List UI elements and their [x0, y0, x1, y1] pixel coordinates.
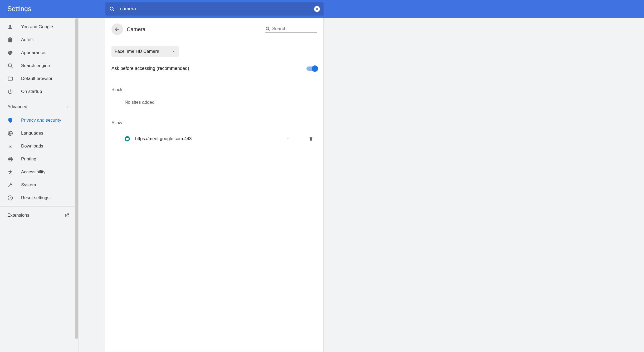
svg-rect-10: [8, 77, 13, 80]
restore-icon: [7, 195, 21, 201]
global-search[interactable]: [105, 2, 324, 16]
sidebar: You and Google Autofill Appearance Searc…: [0, 18, 79, 352]
sidebar-item-appearance[interactable]: Appearance: [0, 46, 75, 59]
sidebar-item-label: Downloads: [21, 144, 43, 149]
trash-icon: [309, 136, 313, 141]
header: Settings: [0, 0, 644, 18]
sidebar-item-label: Accessibility: [21, 169, 46, 175]
back-button[interactable]: [111, 23, 123, 35]
chevron-right-icon: [287, 137, 289, 140]
globe-icon: [7, 130, 21, 136]
sidebar-item-label: Search engine: [21, 63, 50, 68]
sidebar-item-default-browser[interactable]: Default browser: [0, 72, 75, 85]
printer-icon: [7, 156, 21, 162]
clipboard-icon: [7, 37, 21, 43]
svg-point-18: [266, 27, 269, 30]
accessibility-icon: [7, 169, 21, 175]
sidebar-item-label: Default browser: [21, 76, 52, 81]
camera-select[interactable]: FaceTime HD Camera: [111, 46, 179, 57]
search-icon: [7, 63, 21, 69]
toggle-label: Ask before accessing (recommended): [111, 66, 189, 71]
svg-line-9: [11, 66, 12, 68]
sidebar-item-system[interactable]: System: [0, 178, 75, 191]
sidebar-item-label: Privacy and security: [21, 118, 61, 123]
sidebar-item-label: System: [21, 182, 36, 188]
app-title: Settings: [0, 5, 105, 13]
sidebar-item-search-engine[interactable]: Search engine: [0, 59, 75, 72]
sidebar-item-label: Printing: [21, 156, 36, 162]
search-icon: [265, 26, 270, 31]
sidebar-scrollbar[interactable]: [75, 18, 78, 352]
svg-point-14: [10, 169, 11, 170]
site-favicon-icon: [125, 136, 130, 141]
inpage-search[interactable]: [265, 26, 317, 33]
sidebar-item-label: Extensions: [7, 213, 29, 218]
global-search-input[interactable]: [120, 6, 314, 12]
svg-point-8: [8, 64, 12, 67]
sidebar-item-label: On startup: [21, 89, 42, 94]
sidebar-item-printing[interactable]: Printing: [0, 153, 75, 165]
open-external-icon: [65, 213, 69, 218]
divider: [0, 206, 75, 207]
chevron-down-icon: [172, 50, 175, 53]
sidebar-item-autofill[interactable]: Autofill: [0, 33, 75, 46]
palette-icon: [7, 50, 21, 56]
power-icon: [7, 89, 21, 94]
page-header: Camera: [111, 23, 317, 35]
sidebar-item-extensions[interactable]: Extensions: [0, 209, 75, 222]
svg-point-6: [9, 51, 10, 52]
ask-before-accessing-row: Ask before accessing (recommended): [111, 66, 317, 71]
sidebar-item-label: You and Google: [21, 24, 53, 30]
site-delete-button[interactable]: [305, 135, 317, 143]
sidebar-section-advanced[interactable]: Advanced: [0, 100, 75, 114]
scrollbar-thumb[interactable]: [75, 18, 78, 339]
sidebar-item-label: Autofill: [21, 37, 35, 42]
sidebar-item-label: Reset settings: [21, 195, 50, 201]
allow-section-label: Allow: [111, 120, 317, 126]
svg-point-7: [11, 51, 11, 52]
arrow-left-icon: [114, 26, 120, 32]
sidebar-section-label: Advanced: [7, 104, 27, 110]
sidebar-item-languages[interactable]: Languages: [0, 127, 75, 140]
block-section-label: Block: [111, 87, 317, 92]
browser-icon: [7, 76, 21, 82]
sidebar-item-you-and-google[interactable]: You and Google: [0, 20, 75, 33]
wrench-icon: [7, 182, 21, 188]
svg-line-16: [10, 198, 11, 198]
sidebar-item-accessibility[interactable]: Accessibility: [0, 165, 75, 178]
main-content: Camera FaceTime HD Camera Ask before acc…: [79, 18, 644, 352]
camera-select-value: FaceTime HD Camera: [115, 49, 159, 54]
block-empty-text: No sites added: [111, 100, 317, 105]
allow-site-row[interactable]: https://meet.google.com:443: [111, 133, 317, 145]
ask-before-accessing-toggle[interactable]: [306, 66, 317, 71]
sidebar-item-downloads[interactable]: Downloads: [0, 140, 75, 153]
site-details-button[interactable]: [282, 134, 294, 144]
inpage-search-input[interactable]: [272, 26, 317, 31]
svg-point-4: [9, 25, 11, 27]
settings-card: Camera FaceTime HD Camera Ask before acc…: [105, 18, 324, 352]
download-icon: [7, 143, 21, 149]
svg-point-5: [9, 52, 9, 53]
sidebar-item-reset-settings[interactable]: Reset settings: [0, 191, 75, 204]
site-url: https://meet.google.com:443: [135, 136, 282, 141]
page-title: Camera: [127, 26, 145, 32]
clear-search-icon[interactable]: [314, 6, 320, 12]
chevron-up-icon: [66, 105, 69, 108]
svg-point-0: [110, 7, 113, 10]
sidebar-item-label: Appearance: [21, 50, 45, 55]
shield-icon: [7, 117, 21, 123]
person-icon: [7, 24, 21, 30]
sidebar-item-label: Languages: [21, 131, 43, 136]
search-icon: [109, 6, 115, 12]
svg-line-19: [268, 29, 269, 30]
sidebar-item-on-startup[interactable]: On startup: [0, 85, 75, 98]
sidebar-item-privacy-security[interactable]: Privacy and security: [0, 114, 75, 127]
svg-line-1: [113, 9, 114, 11]
toggle-knob: [312, 65, 318, 72]
